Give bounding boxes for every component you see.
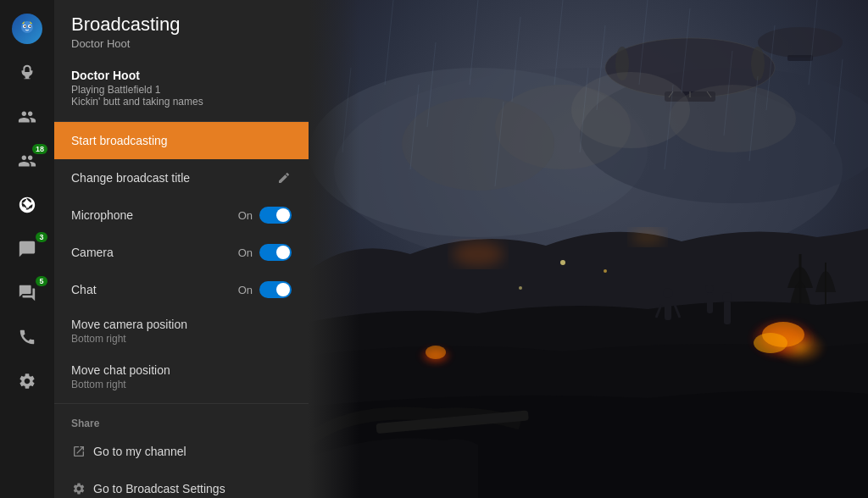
- svg-point-21: [402, 97, 554, 191]
- messages-badge: 3: [36, 232, 47, 242]
- chat-toggle-right: On: [238, 281, 292, 298]
- go-to-channel-left: Go to my channel: [71, 444, 186, 459]
- friends-icon[interactable]: [0, 95, 54, 139]
- microphone-toggle-label: On: [238, 209, 253, 222]
- go-to-broadcast-settings-label: Go to Broadcast Settings: [93, 482, 225, 495]
- party-badge: 5: [36, 276, 47, 286]
- xbox-icon[interactable]: [0, 183, 54, 227]
- svg-point-28: [754, 333, 787, 353]
- svg-rect-35: [707, 292, 713, 313]
- panel-subtitle: Doctor Hoot: [71, 37, 292, 50]
- share-divider: [54, 403, 309, 404]
- svg-point-22: [669, 85, 796, 152]
- chat-label: Chat: [71, 283, 97, 296]
- menu-items: Start broadcasting Change broadcast titl…: [54, 122, 309, 498]
- go-to-settings-left: Go to Broadcast Settings: [71, 481, 225, 496]
- avatar-icon[interactable]: [0, 7, 54, 51]
- user-status: Kickin' butt and taking names: [71, 96, 292, 108]
- move-chat-sublabel: Bottom right: [71, 379, 292, 390]
- microphone-label: Microphone: [71, 208, 133, 222]
- svg-point-41: [519, 286, 522, 290]
- share-section-label: Share: [54, 407, 309, 433]
- user-game: Playing Battlefield 1: [71, 84, 292, 96]
- camera-toggle-right: On: [238, 244, 292, 261]
- microphone-toggle-item[interactable]: Microphone On: [54, 196, 309, 234]
- external-link-icon: [71, 444, 86, 459]
- svg-point-34: [663, 288, 673, 298]
- svg-point-40: [604, 269, 607, 273]
- svg-point-4: [30, 25, 31, 27]
- user-name: Doctor Hoot: [71, 69, 292, 82]
- svg-point-30: [426, 346, 446, 359]
- move-camera-position-button[interactable]: Move camera position Bottom right: [54, 308, 309, 354]
- move-camera-sublabel: Bottom right: [71, 333, 292, 345]
- svg-rect-33: [665, 296, 671, 320]
- messages-icon[interactable]: 3: [0, 227, 54, 271]
- svg-point-36: [705, 285, 714, 293]
- menu-panel: Broadcasting Doctor Hoot Doctor Hoot Pla…: [54, 0, 309, 498]
- start-broadcasting-button[interactable]: Start broadcasting: [54, 122, 309, 159]
- go-to-broadcast-settings-button[interactable]: Go to Broadcast Settings: [54, 470, 309, 498]
- sidebar: 18 3 5: [0, 0, 54, 498]
- panel-title: Broadcasting: [71, 14, 292, 36]
- chat-toggle[interactable]: [259, 281, 292, 298]
- friends-online-icon[interactable]: 18: [0, 139, 54, 183]
- microphone-toggle-right: On: [238, 207, 292, 224]
- svg-point-16: [751, 47, 765, 80]
- move-chat-label: Move chat position: [71, 363, 292, 377]
- settings-icon[interactable]: [0, 359, 54, 403]
- go-to-channel-label: Go to my channel: [93, 445, 186, 458]
- svg-rect-37: [724, 301, 731, 324]
- game-background: [309, 0, 868, 498]
- chat-toggle-label: On: [238, 284, 253, 296]
- chat-toggle-item[interactable]: Chat On: [54, 271, 309, 308]
- edit-icon: [276, 170, 292, 185]
- move-chat-position-button[interactable]: Move chat position Bottom right: [54, 354, 309, 400]
- party-icon[interactable]: 5: [0, 271, 54, 315]
- panel-header: Broadcasting Doctor Hoot: [54, 0, 309, 57]
- svg-point-31: [453, 241, 504, 267]
- camera-label: Camera: [71, 246, 114, 259]
- friends-badge: 18: [32, 144, 47, 154]
- camera-toggle[interactable]: [259, 244, 292, 261]
- svg-point-3: [25, 25, 26, 27]
- start-broadcasting-label: Start broadcasting: [71, 134, 168, 147]
- go-to-channel-button[interactable]: Go to my channel: [54, 433, 309, 470]
- svg-point-38: [722, 292, 732, 302]
- user-info: Doctor Hoot Playing Battlefield 1 Kickin…: [54, 57, 309, 122]
- microphone-toggle[interactable]: [259, 207, 292, 224]
- change-broadcast-title-button[interactable]: Change broadcast title: [54, 159, 309, 196]
- calls-icon[interactable]: [0, 315, 54, 359]
- achievements-icon[interactable]: [0, 51, 54, 95]
- svg-point-17: [758, 27, 843, 58]
- svg-point-32: [631, 229, 665, 246]
- move-camera-label: Move camera position: [71, 318, 292, 331]
- camera-toggle-label: On: [238, 246, 253, 259]
- change-broadcast-title-right: [276, 170, 292, 185]
- svg-rect-18: [787, 55, 813, 61]
- camera-toggle-item[interactable]: Camera On: [54, 234, 309, 271]
- broadcast-settings-icon: [71, 481, 86, 496]
- svg-point-39: [560, 260, 565, 265]
- change-broadcast-title-label: Change broadcast title: [71, 171, 190, 185]
